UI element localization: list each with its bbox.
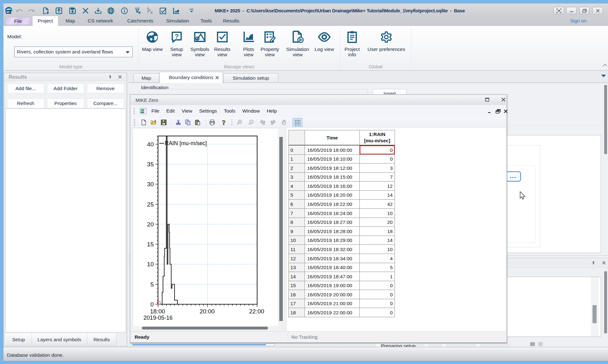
restore-button[interactable] [580,7,589,14]
mz-horizontal-scrollbar-thumb[interactable] [142,327,268,330]
mz-menu-edit[interactable]: Edit [163,105,178,117]
table-cell-time[interactable]: 16/05/2019 18:29:00 [305,236,360,245]
table-cell-value[interactable]: 0 [360,155,395,163]
table-row-header[interactable]: 11 [289,245,305,254]
timeseries-chart[interactable]: 051015202530354018:0020:0022:002019-05-1… [134,129,278,326]
mz-menu-settings[interactable]: Settings [196,105,220,117]
table-row-header[interactable]: 3 [289,173,305,182]
chart-icon[interactable] [172,7,180,15]
panel-tab-layers-symbols[interactable]: Layers and symbols [32,333,87,346]
table-row-header[interactable]: 6 [289,200,305,209]
table-cell-value-selected[interactable]: 0 [360,145,395,155]
tb-grid-view-button[interactable] [293,118,302,127]
table-row-header[interactable]: 17 [289,299,305,308]
add-folder-button[interactable]: Add Folder [47,83,84,93]
table-row-header[interactable]: 4 [289,182,305,191]
ribbon-button-simulation-view[interactable]: Simulationview [284,29,311,63]
table-cell-time[interactable]: 16/05/2019 18:27:00 [305,218,360,227]
properties-button[interactable]: Properties [47,98,84,108]
table-cell-time[interactable]: 16/05/2019 18:00:00 [305,145,360,155]
bottom-scrollbar[interactable] [604,268,607,342]
compare-button[interactable]: Compare... [87,98,124,108]
save-icon[interactable] [69,7,76,15]
checkbox-icon[interactable] [159,7,167,15]
mz-menu-tools[interactable]: Tools [220,105,239,117]
table-cell-value[interactable]: 14 [360,236,395,245]
minimize-button[interactable] [566,7,577,14]
tb-zoom-prev-icon[interactable] [260,120,265,125]
doc-tab-close-icon[interactable] [215,76,219,80]
import-icon[interactable] [94,7,102,15]
tab-simulation[interactable]: Simulation [166,16,189,26]
ribbon-button-results-view[interactable]: Resultsview [209,29,236,63]
table-cell-time[interactable]: 16/05/2019 18:20:00 [305,191,360,200]
tb-open-icon[interactable] [151,120,156,125]
results-file-list[interactable] [5,108,126,332]
table-cell-value[interactable]: 20 [360,218,395,227]
tb-paste-icon[interactable] [195,120,200,125]
sign-on-link[interactable]: Sign on [570,16,587,26]
table-cell-time[interactable]: 16/05/2019 18:10:00 [305,155,360,163]
tb-zoom-out-icon[interactable] [248,120,254,125]
table-cell-value[interactable]: 0 [360,290,395,299]
table-cell-value[interactable]: 7 [360,173,395,182]
table-cell-value[interactable]: 42 [360,200,395,209]
table-cell-value[interactable]: 18 [360,227,395,236]
table-row-header[interactable]: 12 [289,254,305,263]
mike-zero-titlebar[interactable]: MIKE Zero [131,96,506,105]
table-cell-time[interactable]: 16/05/2019 18:15:00 [305,173,360,182]
browse-button[interactable]: ... [505,171,521,182]
table-cell-value[interactable]: 12 [360,182,395,191]
tab-project[interactable]: Project [32,16,58,26]
tb-zoom-in-icon[interactable] [237,120,242,125]
table-cell-time[interactable]: 16/05/2019 18:28:00 [305,227,360,236]
open-project-icon[interactable] [55,7,63,15]
table-cell-value[interactable]: 0 [360,308,395,317]
table-cell-time[interactable]: 16/05/2019 18:22:00 [305,200,360,209]
table-cell-value[interactable]: 5 [360,263,395,272]
doc-tabs-dropdown-icon[interactable] [601,75,606,77]
doc-tab-map[interactable]: Map [133,73,159,83]
doc-tab-boundary-conditions[interactable]: Boundary conditions [159,72,223,83]
remove-button[interactable]: Remove [87,83,124,93]
table-row-header[interactable]: 16 [289,290,305,299]
table-cell-time[interactable]: 16/05/2019 18:32:00 [305,245,360,254]
tab-map[interactable]: Map [66,16,75,26]
mz-menu-window[interactable]: Window [239,105,263,117]
table-cell-value[interactable]: 14 [360,191,395,200]
tb-print-icon[interactable] [209,120,215,125]
mz-maximize-icon[interactable] [485,97,490,102]
mz-close-icon[interactable] [501,97,506,102]
table-cell-value[interactable]: 0 [360,299,395,308]
bottom-scrollbar-thumb[interactable] [604,271,607,333]
table-cell-value[interactable]: 1 [360,272,395,281]
document-scrollbar-thumb[interactable] [604,85,607,154]
table-row-header[interactable]: 8 [289,218,305,227]
table-row-header[interactable]: 13 [289,263,305,272]
table-cell-time[interactable]: 16/05/2019 18:34:00 [305,254,360,263]
ribbon-button-user-preferences[interactable]: User preferences [367,29,405,63]
globe-icon[interactable] [107,7,115,15]
refresh-button[interactable]: Refresh [7,98,44,108]
table-row-header[interactable]: 7 [289,209,305,218]
bottom-panel-scrollbar-thumb[interactable] [592,305,597,323]
redo-icon[interactable] [28,7,35,15]
table-row-header[interactable]: 1 [289,155,305,163]
fullscreen-button[interactable] [554,7,564,14]
pointer-clear-icon[interactable] [146,7,154,15]
table-cell-time[interactable]: 16/05/2019 18:40:00 [305,263,360,272]
table-header-rain[interactable]: 1:RAIN[mu-m/sec] [360,130,395,145]
mz-horizontal-scrollbar[interactable] [133,326,278,331]
panel-tab-setup[interactable]: Setup [5,333,32,346]
table-cell-value[interactable]: 3 [360,163,395,173]
info-icon[interactable] [121,7,128,15]
toolbar-options-icon[interactable] [189,9,194,13]
tab-catchments[interactable]: Catchments [127,16,154,26]
table-cell-value[interactable]: 10 [360,245,395,254]
pin-icon[interactable] [592,261,595,265]
tb-zoom-next-icon[interactable] [270,120,276,125]
table-cell-time[interactable]: 16/05/2019 18:47:00 [305,272,360,281]
table-cell-value[interactable]: 0 [360,281,395,290]
table-row-header[interactable]: 10 [289,236,305,245]
table-cell-value[interactable]: 4 [360,254,395,263]
